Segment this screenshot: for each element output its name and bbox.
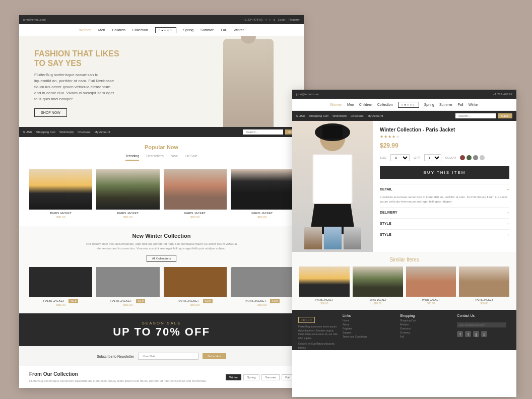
- hero-shop-button[interactable]: SHOP NOW: [34, 108, 67, 117]
- newsletter-label: Subscribe to Newsletter: [97, 355, 134, 358]
- right-nav-women[interactable]: Women: [330, 103, 342, 106]
- footer-link-register[interactable]: Register: [343, 327, 392, 330]
- social-twitter-icon[interactable]: t: [465, 331, 471, 337]
- topbar-register[interactable]: Register: [289, 18, 300, 21]
- product-card-2: PARIS JACKET $80.00: [164, 169, 227, 219]
- color-swatch-3[interactable]: [480, 155, 485, 160]
- accordion-detail-label: DETAIL: [380, 187, 392, 191]
- from-tab-spring[interactable]: Spring: [243, 374, 259, 380]
- hero-description: FlutterBug scelerisque accumsan to lique…: [34, 72, 115, 102]
- topbar-email: john@email.com: [23, 18, 46, 21]
- footer-link-about[interactable]: About: [343, 323, 392, 326]
- footer-logo: ○●○○○: [298, 317, 315, 323]
- footer-shop-currency[interactable]: Currency: [400, 331, 449, 334]
- accordion-style-2[interactable]: STYLE +: [380, 229, 509, 240]
- nav-item-children[interactable]: Children: [112, 28, 125, 32]
- newsletter-subscribe-button[interactable]: Subscribe: [203, 353, 226, 359]
- accessory-price-2: $80.00: [190, 303, 200, 306]
- footer-shop-checkout[interactable]: Checkout: [400, 327, 449, 330]
- right-nav-fall[interactable]: Fall: [457, 103, 463, 106]
- accordion-delivery[interactable]: DELIVERY +: [380, 207, 509, 218]
- nav-item-spring[interactable]: Spring: [183, 28, 193, 32]
- right-wishlist[interactable]: Wishlist(0): [332, 114, 347, 117]
- right-nav-summer[interactable]: Summer: [439, 103, 452, 106]
- footer-link-terms[interactable]: Terms and Conditions: [343, 335, 392, 338]
- accordion-style2-arrow: +: [507, 233, 509, 237]
- right-checkout[interactable]: Checkout: [351, 114, 363, 117]
- tab-on-sale[interactable]: On Sale: [185, 154, 197, 161]
- popular-tabs: Trending Bestsellers New On Sale: [29, 154, 294, 164]
- from-tab-summer[interactable]: Summer: [261, 374, 280, 380]
- social-facebook-icon[interactable]: f: [457, 331, 463, 337]
- buy-button[interactable]: BUY THIS ITEM: [380, 166, 509, 179]
- footer-shop-cart[interactable]: Shopping Cart: [400, 319, 449, 322]
- topbar-social-t[interactable]: t: [270, 18, 271, 21]
- toolbar-account[interactable]: My Account: [94, 130, 110, 134]
- qty-select[interactable]: 123: [424, 154, 441, 161]
- color-swatch-2[interactable]: [473, 155, 478, 160]
- right-nav: Women Men Children Collection ○●○○○ Spri…: [292, 99, 516, 111]
- footer-link-support[interactable]: Support: [343, 331, 392, 334]
- product-gallery: [292, 121, 373, 252]
- tab-new[interactable]: New: [171, 154, 178, 161]
- right-nav-children[interactable]: Children: [359, 103, 372, 106]
- social-pinterest-icon[interactable]: p: [481, 331, 487, 337]
- right-cart[interactable]: Shopping Cart: [309, 114, 328, 117]
- toolbar-checkout[interactable]: Checkout: [78, 130, 90, 134]
- tab-bestsellers[interactable]: Bestsellers: [146, 154, 163, 161]
- similar-card-2: PARIS JACKET $80.00: [406, 267, 456, 305]
- newsletter-email-input[interactable]: [138, 353, 198, 360]
- accessory-price-3: $80.00: [257, 303, 267, 306]
- nav-item-fall[interactable]: Fall: [221, 28, 226, 32]
- star-1: ★: [380, 135, 383, 139]
- winter-title: New Winter Collection: [29, 233, 294, 239]
- accordion-style-1[interactable]: STYLE +: [380, 218, 509, 229]
- right-nav-men[interactable]: Men: [347, 103, 354, 106]
- product-thumbnail-2[interactable]: [344, 227, 361, 249]
- toolbar-wishlist[interactable]: Wishlist(0): [59, 130, 74, 134]
- color-swatch-0[interactable]: [460, 155, 465, 160]
- accessories-row: PARIS JACKET SALE $80.00 PARIS JACKET SA…: [29, 267, 294, 306]
- nav-item-men[interactable]: Men: [98, 28, 105, 32]
- footer-shop-wishlist[interactable]: Wishlist: [400, 323, 449, 326]
- accessory-card-3: PARIS JACKET SALE $80.00: [231, 267, 294, 306]
- star-2: ★: [384, 135, 387, 139]
- toolbar-cart[interactable]: Shopping Cart: [36, 130, 55, 134]
- similar-image-3: [459, 267, 509, 297]
- accordion-detail[interactable]: DETAIL −: [380, 184, 509, 195]
- nav-item-collection[interactable]: Collection: [132, 28, 148, 32]
- topbar-login[interactable]: Login: [278, 18, 286, 21]
- product-thumbnail-0[interactable]: [304, 227, 322, 249]
- color-swatch-1[interactable]: [467, 155, 472, 160]
- right-search-input[interactable]: [455, 113, 496, 118]
- right-nav-winter[interactable]: Winter: [469, 103, 479, 106]
- model-hat: [315, 123, 350, 141]
- topbar-social-f[interactable]: f: [265, 18, 267, 21]
- footer-shop-fall[interactable]: Fall: [400, 335, 449, 338]
- footer-contact-email[interactable]: [457, 322, 506, 327]
- tab-trending[interactable]: Trending: [125, 154, 139, 161]
- topbar-social-g[interactable]: g: [274, 18, 275, 21]
- right-account[interactable]: My Account: [367, 114, 383, 117]
- product-price-2: $80.00: [190, 216, 200, 219]
- hero-text: FASHION THAT LIKES TO SAY YES FlutterBug…: [34, 49, 119, 117]
- model-body: [312, 154, 353, 204]
- nav-item-summer[interactable]: Summer: [201, 28, 214, 32]
- nav-item-women[interactable]: Women: [79, 28, 91, 32]
- search-input[interactable]: [243, 129, 283, 135]
- right-search-button[interactable]: SHOP: [498, 113, 512, 118]
- footer-link-home[interactable]: Home: [343, 319, 392, 322]
- star-3: ★: [388, 135, 391, 139]
- similar-items-title: Similar Items: [299, 257, 509, 262]
- currency-selector[interactable]: $ USD: [23, 130, 32, 134]
- product-thumbnail-1[interactable]: [324, 227, 342, 249]
- similar-card-1: PARIS JACKET $80.00: [353, 267, 403, 305]
- right-currency[interactable]: $ USD: [296, 114, 305, 117]
- social-google-icon[interactable]: g: [473, 331, 479, 337]
- all-collections-button[interactable]: All Collections: [147, 255, 177, 262]
- size-select[interactable]: SMLXL: [390, 154, 410, 161]
- nav-item-winter[interactable]: Winter: [234, 28, 244, 32]
- right-nav-collection[interactable]: Collection: [377, 103, 393, 106]
- from-tab-winter[interactable]: Winter: [226, 374, 241, 380]
- right-nav-spring[interactable]: Spring: [424, 103, 434, 106]
